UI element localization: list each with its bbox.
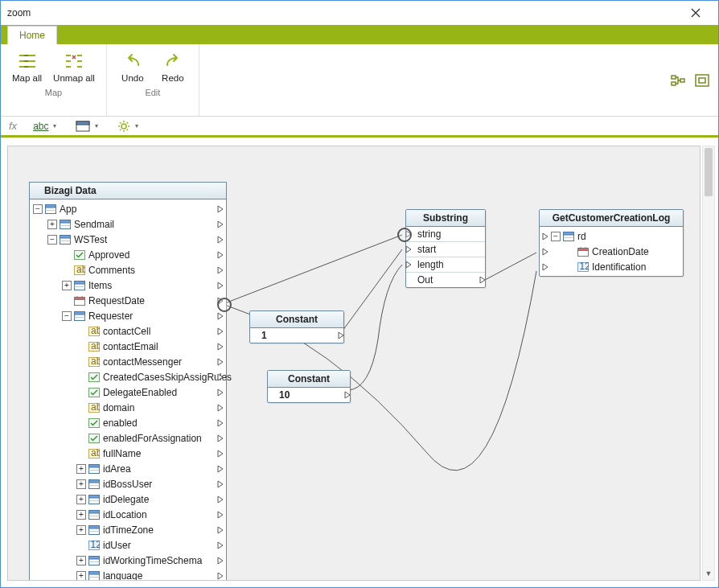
expand-toggle[interactable]: +: [76, 525, 86, 535]
tree-row[interactable]: Approved: [30, 247, 226, 262]
output-port-icon[interactable]: [216, 205, 224, 213]
input-port-icon[interactable]: [541, 263, 549, 271]
output-port-icon[interactable]: [216, 404, 224, 412]
fit-view-button[interactable]: [692, 71, 712, 90]
panel-title: Bizagi Data: [30, 183, 226, 199]
tree-row[interactable]: CreationDate: [540, 244, 683, 259]
output-port-icon[interactable]: [216, 434, 224, 442]
tree-row[interactable]: +idTimeZone: [30, 522, 226, 537]
node-port-string[interactable]: string: [406, 227, 485, 241]
tree-row[interactable]: +Items: [30, 278, 226, 293]
output-port-icon[interactable]: [216, 450, 224, 458]
output-port-icon[interactable]: [216, 419, 224, 427]
tree-row[interactable]: enabledForAssignation: [30, 430, 226, 446]
data-functions-dropdown[interactable]: ▾: [72, 119, 101, 134]
expand-toggle[interactable]: −: [551, 232, 561, 241]
output-port-icon[interactable]: [216, 236, 224, 244]
map-all-button[interactable]: Map all: [7, 49, 47, 86]
output-port-icon[interactable]: [216, 511, 224, 519]
undo-button[interactable]: Undo: [113, 49, 152, 86]
output-port-icon[interactable]: [216, 297, 224, 305]
tree-row[interactable]: abcontactMessenger: [30, 354, 226, 369]
tree-row[interactable]: RequestDate: [30, 293, 226, 308]
tree-row[interactable]: abdomain: [30, 400, 226, 415]
text-functions-dropdown[interactable]: abc▾: [30, 119, 60, 134]
unmap-all-button[interactable]: Unmap all: [48, 49, 100, 86]
canvas[interactable]: Bizagi Data −App+Sendmail−WSTestApproved…: [7, 146, 701, 581]
output-port-icon[interactable]: [216, 572, 224, 580]
output-port-icon[interactable]: [216, 266, 224, 274]
output-port-icon[interactable]: [216, 343, 224, 351]
tree-row[interactable]: +language: [30, 568, 226, 581]
vertical-scrollbar[interactable]: ▲ ▼: [702, 146, 715, 581]
node-value[interactable]: 10: [268, 388, 350, 402]
output-port-icon[interactable]: [216, 389, 224, 397]
tree-row[interactable]: 12Identification: [540, 259, 683, 274]
node-constant-1[interactable]: Constant 1: [249, 310, 344, 343]
tree-row[interactable]: abcontactEmail: [30, 339, 226, 354]
output-port-icon[interactable]: [216, 541, 224, 549]
output-port-icon[interactable]: [216, 312, 224, 320]
expand-toggle[interactable]: +: [76, 510, 86, 520]
tree-row[interactable]: −App: [30, 201, 226, 216]
output-port-icon[interactable]: [216, 327, 224, 335]
node-value[interactable]: 1: [250, 328, 343, 343]
output-port-icon[interactable]: [216, 465, 224, 473]
tree-row[interactable]: +Sendmail: [30, 216, 226, 232]
tree-row[interactable]: enabled: [30, 415, 226, 430]
tree-row[interactable]: +idArea: [30, 461, 226, 476]
expand-toggle[interactable]: +: [76, 571, 86, 581]
node-port-out[interactable]: Out: [406, 272, 485, 287]
tree-row[interactable]: +idWorkingTimeSchema: [30, 553, 226, 568]
expand-toggle[interactable]: −: [33, 204, 43, 214]
auto-layout-button[interactable]: [668, 71, 688, 90]
output-port-icon[interactable]: [216, 557, 224, 565]
expand-toggle[interactable]: +: [76, 464, 86, 474]
tree-row[interactable]: 12idUser: [30, 537, 226, 553]
tree-row[interactable]: +idBossUser: [30, 476, 226, 491]
close-button[interactable]: [680, 1, 712, 25]
output-port-icon[interactable]: [216, 251, 224, 259]
input-port-icon[interactable]: [541, 248, 549, 256]
output-port-icon[interactable]: [216, 373, 224, 381]
scroll-down-icon[interactable]: ▼: [703, 567, 714, 580]
source-tree[interactable]: −App+Sendmail−WSTestApprovedabComments+I…: [30, 199, 226, 581]
expand-toggle[interactable]: +: [47, 220, 57, 229]
settings-dropdown[interactable]: ▾: [114, 118, 142, 134]
tree-row[interactable]: −WSTest: [30, 232, 226, 247]
titlebar: zoom: [1, 1, 718, 25]
output-port-icon[interactable]: [216, 282, 224, 290]
output-port-icon[interactable]: [216, 358, 224, 366]
expand-toggle[interactable]: +: [76, 556, 86, 565]
svg-rect-24: [75, 297, 85, 299]
tree-row[interactable]: −rd: [540, 228, 683, 244]
output-port-icon[interactable]: [216, 495, 224, 504]
tab-home[interactable]: Home: [7, 26, 57, 44]
scroll-thumb[interactable]: [705, 148, 713, 196]
tree-row[interactable]: DelegateEnabled: [30, 384, 226, 400]
tree-row[interactable]: abcontactCell: [30, 323, 226, 339]
node-port-length[interactable]: length: [406, 257, 485, 272]
tree-row[interactable]: −Requester: [30, 308, 226, 323]
tree-row[interactable]: +idLocation: [30, 507, 226, 522]
tree-row[interactable]: abfullName: [30, 446, 226, 461]
expand-toggle[interactable]: +: [62, 281, 72, 290]
expand-toggle[interactable]: +: [76, 479, 86, 489]
tree-row[interactable]: CreatedCasesSkipAssigRules: [30, 369, 226, 384]
target-tree-panel[interactable]: GetCustomerCreationLog −rdCreationDate12…: [539, 209, 684, 277]
bool-icon: [88, 387, 101, 398]
node-port-start[interactable]: start: [406, 241, 485, 257]
node-constant-10[interactable]: Constant 10: [267, 370, 351, 403]
expand-toggle[interactable]: −: [47, 235, 57, 245]
tree-label: rd: [577, 231, 586, 242]
expand-toggle[interactable]: +: [76, 495, 86, 504]
expand-toggle[interactable]: −: [62, 311, 72, 321]
tree-row[interactable]: abComments: [30, 262, 226, 278]
output-port-icon[interactable]: [216, 480, 224, 488]
input-port-icon[interactable]: [541, 232, 549, 241]
tree-row[interactable]: +idDelegate: [30, 491, 226, 507]
node-substring[interactable]: Substring string start length Out: [405, 209, 486, 288]
output-port-icon[interactable]: [216, 526, 224, 534]
redo-button[interactable]: Redo: [154, 49, 192, 86]
output-port-icon[interactable]: [216, 220, 224, 228]
